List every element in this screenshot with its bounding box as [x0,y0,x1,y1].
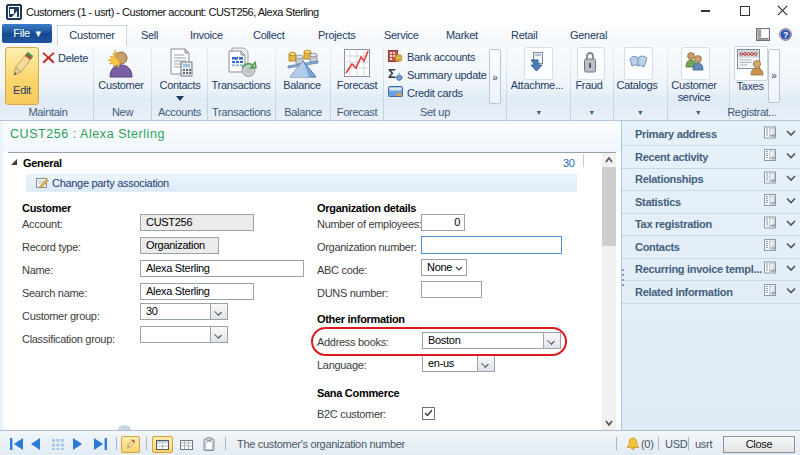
svg-text:Σ: Σ [388,67,396,81]
svg-text:?: ? [783,30,788,40]
